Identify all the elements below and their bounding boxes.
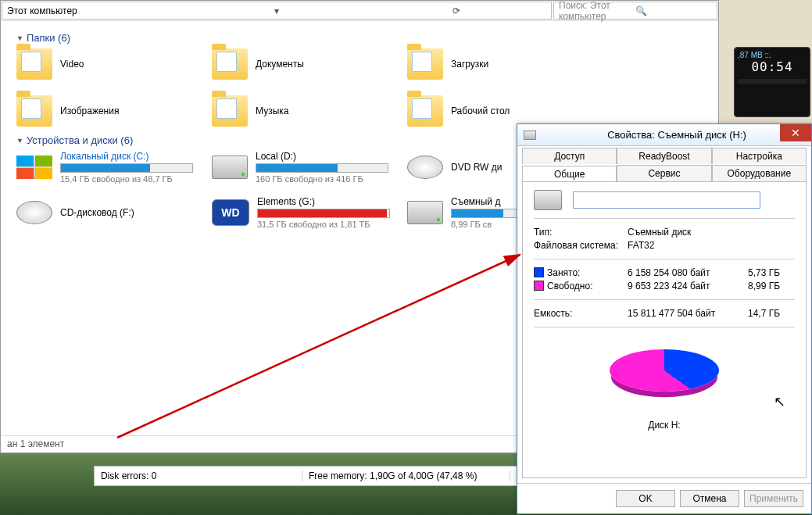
used-gb: 5,73 ГБ bbox=[748, 267, 795, 278]
search-input[interactable]: Поиск: Этот компьютер 🔍 bbox=[553, 2, 717, 20]
optical-drive-icon bbox=[407, 156, 443, 179]
status-text: ан 1 элемент bbox=[7, 438, 64, 449]
hdd-icon bbox=[212, 156, 248, 179]
drive-item[interactable]: WDElements (G:)31,5 ГБ свободно из 1,81 … bbox=[212, 196, 407, 229]
search-placeholder: Поиск: Этот компьютер bbox=[559, 0, 635, 22]
folder-icon bbox=[212, 48, 248, 80]
used-label: Занято: bbox=[534, 267, 628, 278]
folder-label: Музыка bbox=[256, 106, 288, 116]
drive-subtext: 15,4 ГБ свободно из 48,7 ГБ bbox=[60, 174, 193, 184]
tab-сервис[interactable]: Сервис bbox=[617, 165, 711, 181]
tab-оборудование[interactable]: Оборудование bbox=[712, 165, 807, 181]
folder-item-desktop[interactable]: Рабочий стол bbox=[407, 95, 603, 127]
folder-label: Документы bbox=[256, 59, 304, 70]
free-gb: 8,99 ГБ bbox=[748, 281, 795, 291]
type-label: Тип: bbox=[534, 227, 628, 238]
usage-bar bbox=[60, 163, 193, 173]
separator bbox=[534, 259, 795, 259]
drive-item[interactable]: Локальный диск (C:)15,4 ГБ свободно из 4… bbox=[16, 151, 212, 184]
separator bbox=[534, 218, 795, 219]
properties-dialog: Свойства: Съемный диск (H:) ✕ ДоступRead… bbox=[517, 123, 812, 514]
capacity-gb: 14,7 ГБ bbox=[748, 308, 795, 319]
volume-label-input[interactable] bbox=[573, 191, 760, 209]
tab-readyboost[interactable]: ReadyBoost bbox=[617, 148, 711, 164]
folder-icon bbox=[16, 95, 52, 127]
search-icon[interactable]: 🔍 bbox=[635, 5, 712, 16]
drive-name-link[interactable]: Локальный диск (C:) bbox=[60, 151, 149, 162]
collapse-icon: ▼ bbox=[16, 34, 23, 42]
drive-text: Local (D:)160 ГБ свободно из 416 ГБ bbox=[256, 151, 388, 184]
drive-name: Elements (G:) bbox=[257, 196, 390, 207]
drive-name: DVD RW ди bbox=[451, 162, 502, 173]
folder-label: Загрузки bbox=[451, 59, 488, 70]
folder-icon bbox=[212, 95, 248, 127]
address-field[interactable]: Этот компьютер ▾ ⟳ bbox=[2, 2, 552, 20]
apply-button[interactable]: Применить bbox=[744, 490, 803, 507]
drive-text: Локальный диск (C:)15,4 ГБ свободно из 4… bbox=[60, 151, 193, 184]
cancel-button[interactable]: Отмена bbox=[680, 490, 739, 507]
drive-name: Локальный диск (C:) bbox=[60, 151, 193, 162]
close-button[interactable]: ✕ bbox=[780, 124, 811, 141]
drive-text: CD-дисковод (F:) bbox=[60, 207, 134, 218]
free-bytes: 9 653 223 424 байт bbox=[628, 281, 748, 291]
drive-icon bbox=[534, 190, 562, 210]
drives-header-text: Устройства и диски (6) bbox=[27, 134, 133, 146]
folder-label: Изображения bbox=[60, 106, 119, 116]
os-drive-icon bbox=[16, 156, 52, 179]
drive-subtext: 160 ГБ свободно из 416 ГБ bbox=[256, 174, 388, 184]
folder-item-download[interactable]: Загрузки bbox=[407, 48, 603, 80]
capacity-bytes: 15 811 477 504 байт bbox=[628, 308, 748, 319]
fs-value: FAT32 bbox=[628, 240, 795, 251]
tab-настройка[interactable]: Настройка bbox=[712, 148, 807, 164]
dialog-button-row: OK Отмена Применить bbox=[517, 483, 811, 513]
folder-item-video[interactable]: Video bbox=[16, 48, 212, 80]
gadget-bar bbox=[738, 79, 807, 84]
usage-pie-chart bbox=[610, 349, 719, 392]
folders-section-header[interactable]: ▼ Папки (6) bbox=[16, 32, 710, 44]
gadget-speed: ,87 MB ::. bbox=[738, 51, 807, 59]
drive-icon bbox=[524, 131, 536, 140]
wd-drive-icon: WD bbox=[212, 199, 249, 226]
pie-caption: Диск H: bbox=[534, 420, 795, 431]
hdd-icon bbox=[407, 201, 443, 224]
separator bbox=[534, 327, 795, 327]
address-text: Этот компьютер bbox=[7, 5, 187, 16]
capacity-label: Емкость: bbox=[534, 308, 628, 319]
drive-subtext: 31,5 ГБ свободно из 1,81 ТБ bbox=[257, 220, 390, 229]
folder-item-image[interactable]: Изображения bbox=[16, 95, 212, 127]
folder-icon bbox=[16, 48, 52, 80]
gadget-clock: 00:54 bbox=[738, 59, 807, 74]
desktop-gadget: ,87 MB ::. 00:54 bbox=[734, 47, 810, 117]
type-value: Съемный диск bbox=[628, 227, 795, 238]
disk-errors-cell: Disk errors: 0 bbox=[95, 470, 302, 481]
collapse-icon: ▼ bbox=[16, 137, 23, 145]
address-bar: Этот компьютер ▾ ⟳ Поиск: Этот компьютер… bbox=[1, 1, 718, 21]
fs-label: Файловая система: bbox=[534, 240, 628, 251]
drive-name: CD-дисковод (F:) bbox=[60, 207, 134, 218]
drive-text: DVD RW ди bbox=[451, 162, 502, 173]
cursor-icon: ↖ bbox=[774, 393, 785, 410]
folder-label: Рабочий стол bbox=[451, 106, 510, 116]
drive-text: Elements (G:)31,5 ГБ свободно из 1,81 ТБ bbox=[257, 196, 390, 229]
folder-label: Video bbox=[60, 59, 84, 70]
drive-name: Local (D:) bbox=[256, 151, 388, 162]
refresh-icon[interactable]: ⟳ bbox=[367, 5, 546, 16]
used-bytes: 6 158 254 080 байт bbox=[628, 267, 748, 278]
drive-item[interactable]: CD-дисковод (F:) bbox=[16, 196, 212, 229]
address-dropdown-icon[interactable]: ▾ bbox=[187, 5, 367, 16]
free-memory-cell: Free memory: 1,90G of 4,00G (47,48 %) bbox=[302, 470, 510, 481]
separator bbox=[534, 299, 795, 300]
usage-bar bbox=[257, 209, 390, 218]
free-label: Свободно: bbox=[534, 281, 628, 291]
folder-item-music[interactable]: Музыка bbox=[212, 95, 407, 127]
free-swatch-icon bbox=[534, 281, 544, 291]
tab-общие[interactable]: Общие bbox=[522, 166, 617, 182]
tab-panel-general: Тип: Съемный диск Файловая система: FAT3… bbox=[522, 181, 807, 478]
folder-item-doc[interactable]: Документы bbox=[212, 48, 407, 80]
drive-item[interactable]: Local (D:)160 ГБ свободно из 416 ГБ bbox=[212, 151, 407, 184]
usage-bar bbox=[256, 163, 388, 173]
ok-button[interactable]: OK bbox=[616, 490, 675, 507]
tab-доступ[interactable]: Доступ bbox=[522, 148, 617, 164]
dialog-titlebar[interactable]: Свойства: Съемный диск (H:) ✕ bbox=[517, 124, 811, 146]
dialog-title: Свойства: Съемный диск (H:) bbox=[542, 129, 811, 141]
